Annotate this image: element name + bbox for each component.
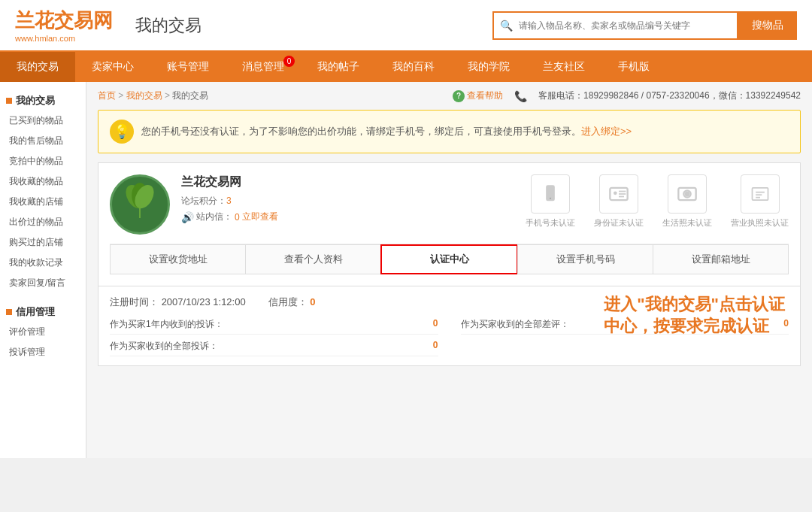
breadcrumb: 首页 > 我的交易 > 我的交易	[98, 89, 208, 102]
inbox-label: 站内信：	[196, 211, 232, 223]
btn-set-address[interactable]: 设置收货地址	[110, 244, 246, 274]
stat-val-2: 0	[433, 340, 438, 353]
breadcrumb-link1[interactable]: 我的交易	[126, 90, 162, 101]
profile-info: 兰花交易网 论坛积分：3 🔊 站内信： 0 立即查看	[181, 174, 514, 223]
cert-business-icon-box	[741, 174, 780, 214]
nav-item-my-trade[interactable]: 我的交易	[0, 52, 75, 82]
inbox-count: 0	[235, 212, 240, 223]
stat-buyer-total-bad: 作为买家收到的全部差评：0	[461, 315, 789, 335]
header: 兰花交易网 www.hmlan.com 我的交易 🔍 搜物品	[0, 0, 812, 52]
sidebar-section-credit: 信用管理	[0, 298, 86, 322]
profile-card: 兰花交易网 论坛积分：3 🔊 站内信： 0 立即查看	[98, 162, 801, 286]
breadcrumb-home[interactable]: 首页	[98, 90, 116, 101]
section-icon	[6, 98, 12, 104]
breadcrumb-sep1: >	[118, 90, 126, 101]
btn-set-email[interactable]: 设置邮箱地址	[653, 244, 789, 274]
action-buttons-row: 设置收货地址 查看个人资料 认证中心 设置手机号码 设置邮箱地址	[110, 244, 789, 274]
phone-info: 客服电话：18929982846 / 0757-23320046，微信：1339…	[538, 89, 801, 102]
sidebar-section-trade: 我的交易	[0, 88, 86, 111]
credit-val: 0	[310, 296, 315, 308]
sidebar-item-ratings[interactable]: 评价管理	[0, 322, 86, 342]
alert-link[interactable]: 进入绑定>>	[581, 126, 632, 137]
forum-score: 3	[226, 195, 232, 206]
reg-time: 注册时间： 2007/10/23 1:12:00	[110, 295, 246, 309]
header-title: 我的交易	[135, 14, 201, 37]
nav-item-seller[interactable]: 卖家中心	[75, 52, 150, 82]
btn-cert-center[interactable]: 认证中心	[380, 244, 518, 274]
sidebar-item-bought[interactable]: 已买到的物品	[0, 111, 86, 131]
svg-point-7	[614, 192, 617, 195]
profile-inbox: 🔊 站内信： 0 立即查看	[181, 211, 514, 223]
cert-business-label: 营业执照未认证	[731, 217, 789, 229]
help-icon: ?	[453, 90, 465, 102]
breadcrumb-current: 我的交易	[172, 90, 208, 101]
logo: 兰花交易网 www.hmlan.com	[15, 8, 113, 43]
sidebar-item-aftersale[interactable]: 我的售后物品	[0, 131, 86, 151]
sidebar-item-seller-reply[interactable]: 卖家回复/留言	[0, 273, 86, 293]
nav-item-message[interactable]: 消息管理0	[226, 52, 301, 82]
sidebar-item-receipts[interactable]: 我的收款记录	[0, 253, 86, 273]
cert-id-label: 身份证未认证	[594, 217, 644, 229]
nav-item-mobile[interactable]: 手机版	[601, 52, 666, 82]
cert-phone: 手机号未认证	[526, 174, 575, 229]
search-button[interactable]: 搜物品	[738, 11, 797, 40]
stat-val-1: 0	[433, 318, 438, 331]
search-icon: 🔍	[494, 20, 519, 32]
cert-business: 营业执照未认证	[731, 174, 789, 229]
logo-url: www.hmlan.com	[15, 34, 113, 43]
cert-photo-icon-box	[668, 174, 707, 214]
cert-phone-label: 手机号未认证	[526, 217, 575, 229]
search-input[interactable]	[519, 13, 737, 38]
help-area: ? 查看帮助 📞 客服电话：18929982846 / 0757-2332004…	[453, 89, 801, 102]
nav-item-posts[interactable]: 我的帖子	[301, 52, 376, 82]
svg-point-13	[686, 192, 689, 196]
nav-item-community[interactable]: 兰友社区	[526, 52, 601, 82]
main-body: 我的交易 已买到的物品 我的售后物品 竞拍中的物品 我收藏的物品 我收藏的店铺 …	[0, 82, 812, 458]
content-area: 首页 > 我的交易 > 我的交易 ? 查看帮助 📞 客服电话：189299828…	[86, 82, 812, 458]
sidebar-item-shops-visited[interactable]: 购买过的店铺	[0, 232, 86, 253]
section2-icon	[6, 309, 12, 315]
stat-buyer-annual-complaints: 作为买家1年内收到的投诉：0	[110, 315, 438, 335]
cert-photo: 生活照未认证	[662, 174, 712, 229]
nav-item-academy[interactable]: 我的学院	[451, 52, 526, 82]
avatar	[110, 174, 170, 235]
sidebar-item-complaints[interactable]: 投诉管理	[0, 342, 86, 362]
logo-text: 兰花交易网	[15, 8, 113, 34]
phone-icon: 📞	[514, 90, 527, 102]
nav-item-account[interactable]: 账号管理	[150, 52, 226, 82]
credit: 信用度： 0	[268, 295, 316, 309]
alert-text: 您的手机号还没有认证，为了不影响您的出价功能，请绑定手机号，绑定后，可直接使用手…	[141, 125, 632, 138]
alert-box: 💡 您的手机号还没有认证，为了不影响您的出价功能，请绑定手机号，绑定后，可直接使…	[98, 110, 801, 153]
cert-id: 身份证未认证	[594, 174, 644, 229]
speaker-icon: 🔊	[181, 211, 194, 223]
cert-icons: 手机号未认证 身份证未认证 生活照未认证	[526, 174, 789, 229]
stats-section: 注册时间： 2007/10/23 1:12:00 信用度： 0 作为买家1年内收…	[98, 286, 801, 366]
breadcrumb-sep2: >	[165, 90, 172, 101]
help-link[interactable]: ? 查看帮助	[453, 89, 503, 102]
sidebar-item-bidding[interactable]: 竞拍中的物品	[0, 151, 86, 171]
nav-item-wiki[interactable]: 我的百科	[376, 52, 451, 82]
sidebar-item-fav-shops[interactable]: 我收藏的店铺	[0, 192, 86, 212]
sidebar: 我的交易 已买到的物品 我的售后物品 竞拍中的物品 我收藏的物品 我收藏的店铺 …	[0, 82, 86, 458]
cert-phone-icon-box	[531, 174, 570, 214]
btn-view-profile[interactable]: 查看个人资料	[245, 244, 381, 274]
profile-score: 论坛积分：3	[181, 195, 514, 208]
svg-rect-14	[752, 188, 768, 200]
stat-buyer-total-complaints: 作为买家收到的全部投诉：0	[110, 337, 438, 356]
sidebar-item-fav-items[interactable]: 我收藏的物品	[0, 171, 86, 192]
svg-point-5	[550, 198, 551, 199]
forum-score-label: 论坛积分：	[181, 195, 226, 206]
sidebar-item-bid-history[interactable]: 出价过的物品	[0, 212, 86, 232]
stats-grid: 作为买家1年内收到的投诉：0 作为买家收到的全部差评：0 作为买家收到的全部投诉…	[110, 315, 789, 356]
stat-val-3: 0	[783, 318, 789, 331]
cert-id-icon-box	[599, 174, 638, 214]
alert-icon: 💡	[110, 120, 134, 144]
search-area: 🔍 搜物品	[492, 11, 797, 40]
inbox-link[interactable]: 立即查看	[242, 211, 278, 223]
reg-time-val: 2007/10/23 1:12:00	[162, 296, 246, 308]
message-badge: 0	[283, 56, 295, 67]
btn-set-phone[interactable]: 设置手机号码	[517, 244, 653, 274]
stats-top-row: 注册时间： 2007/10/23 1:12:00 信用度： 0	[110, 295, 789, 309]
cert-photo-label: 生活照未认证	[662, 217, 712, 229]
breadcrumb-row: 首页 > 我的交易 > 我的交易 ? 查看帮助 📞 客服电话：189299828…	[98, 89, 801, 102]
